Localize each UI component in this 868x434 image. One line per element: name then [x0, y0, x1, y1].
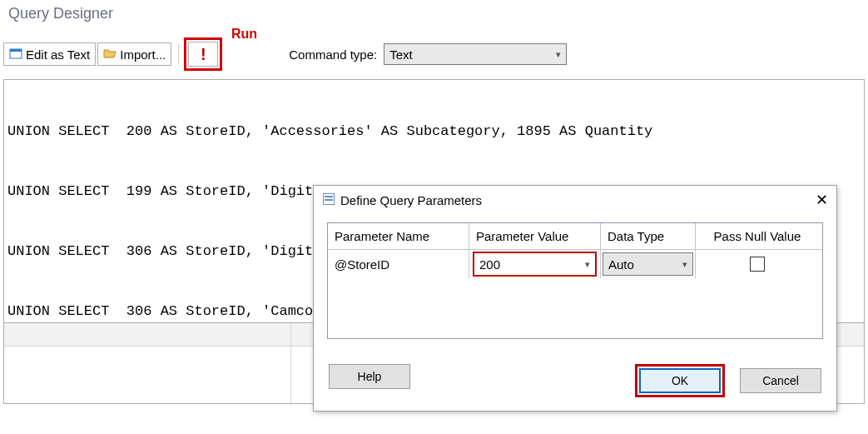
ok-label: OK	[672, 374, 688, 387]
param-name-cell[interactable]: @StoreID	[328, 250, 469, 278]
chevron-down-icon: ▾	[556, 49, 561, 60]
run-annotation: Run	[231, 27, 257, 42]
run-highlight-box: !	[184, 37, 222, 71]
param-value-cell: 200 ▾	[469, 250, 601, 278]
command-type-select[interactable]: Text ▾	[384, 43, 567, 65]
data-type-value: Auto	[608, 257, 634, 272]
chevron-down-icon: ▾	[585, 259, 590, 270]
data-type-select[interactable]: Auto ▾	[603, 252, 693, 276]
param-value-input[interactable]: 200 ▾	[473, 252, 597, 277]
pass-null-cell	[696, 250, 819, 278]
dialog-titlebar: Define Query Parameters ✕	[314, 186, 836, 214]
toolbar-separator	[178, 44, 179, 64]
ok-button[interactable]: OK	[639, 368, 721, 393]
chevron-down-icon: ▾	[682, 259, 687, 270]
col-data-type[interactable]: Data Type	[601, 223, 696, 249]
col-parameter-name[interactable]: Parameter Name	[328, 223, 469, 249]
command-type-value: Text	[389, 47, 413, 62]
close-icon[interactable]: ✕	[816, 191, 828, 209]
window-title: Query Designer	[0, 0, 868, 26]
help-button[interactable]: Help	[329, 364, 410, 389]
cancel-button[interactable]: Cancel	[740, 368, 821, 393]
dialog-button-bar: Help OK Cancel	[314, 354, 836, 411]
results-column-header[interactable]	[4, 323, 290, 347]
ok-highlight-box: OK	[635, 364, 725, 397]
col-parameter-value[interactable]: Parameter Value	[469, 223, 601, 249]
dialog-icon	[322, 192, 335, 208]
svg-rect-4	[325, 199, 333, 201]
pass-null-checkbox[interactable]	[750, 257, 765, 272]
svg-rect-1	[10, 49, 22, 52]
command-type-label: Command type:	[289, 47, 377, 62]
edit-as-text-button[interactable]: Edit as Text	[3, 42, 96, 66]
col-pass-null[interactable]: Pass Null Value	[696, 223, 819, 249]
import-label: Import...	[120, 47, 166, 62]
sql-icon	[9, 47, 22, 62]
dialog-title: Define Query Parameters	[340, 193, 482, 207]
param-type-cell: Auto ▾	[601, 250, 696, 278]
import-button[interactable]: Import...	[97, 42, 171, 66]
help-label: Help	[358, 370, 382, 383]
define-parameters-dialog: Define Query Parameters ✕ Parameter Name…	[313, 185, 837, 412]
folder-open-icon	[103, 47, 117, 62]
edit-as-text-label: Edit as Text	[26, 47, 90, 62]
exclamation-icon: !	[201, 45, 206, 64]
parameter-grid: Parameter Name Parameter Value Data Type…	[327, 222, 823, 339]
param-value-text: 200	[479, 257, 500, 272]
svg-rect-3	[325, 196, 333, 197]
cancel-label: Cancel	[762, 374, 799, 387]
sql-line: UNION SELECT 200 AS StoreID, 'Accessorie…	[7, 122, 861, 142]
toolbar: Edit as Text Import... ! Command type: T…	[0, 37, 868, 71]
parameter-row: @StoreID 200 ▾ Auto ▾	[328, 250, 822, 278]
run-button[interactable]: !	[188, 42, 218, 67]
